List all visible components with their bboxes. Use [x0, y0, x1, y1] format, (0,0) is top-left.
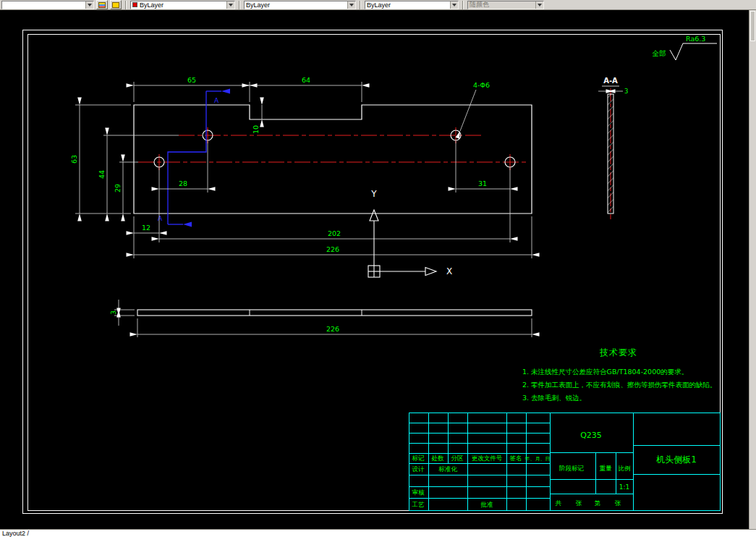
section-mark-top: A — [214, 97, 219, 104]
scale-value: 1:1 — [619, 483, 629, 491]
object-properties-toolbar: ByLayer ByLayer ByLayer 随颜色 — [0, 0, 756, 10]
roughness-symbol-icon — [670, 43, 717, 60]
plotstyle-combo-dropdown-icon — [535, 1, 543, 9]
lineweight-combo-value: ByLayer — [367, 1, 391, 9]
cut-path — [168, 91, 206, 224]
standardization-label: 标准化 — [438, 465, 457, 473]
weight-label: 重量 — [600, 465, 613, 472]
vertical-scrollbar[interactable] — [749, 10, 756, 529]
rev-header-date: 年、月、日 — [525, 456, 551, 462]
rev-header-zone: 分区 — [451, 454, 464, 462]
linetype-combo-dropdown-icon[interactable] — [347, 1, 355, 9]
hole-leader-line — [460, 90, 476, 131]
finish-scope-text: 全部 — [653, 49, 666, 57]
bottom-view-dimensions: 3 226 — [110, 300, 532, 337]
dim-202: 202 — [328, 229, 341, 237]
extension-lines — [75, 82, 532, 258]
drawing-canvas[interactable]: A A — [0, 10, 749, 529]
color-combo-dropdown-icon[interactable] — [226, 1, 234, 9]
dim-44: 44 — [98, 170, 106, 179]
holes — [154, 130, 515, 167]
bottom-view[interactable] — [137, 310, 532, 316]
bylayer-color-swatch-icon — [132, 2, 137, 7]
cad-window: ByLayer ByLayer ByLayer 随颜色 — [0, 0, 756, 537]
rev-header-sign: 签名 — [510, 454, 522, 462]
layer-combo[interactable] — [1, 1, 94, 9]
tech-req-item-1: 1. 未注线性尺寸公差应符合GB/T1804-2000的要求。 — [522, 368, 688, 376]
lineweight-combo[interactable]: ByLayer — [365, 1, 459, 9]
tech-req-title: 技术要求 — [599, 347, 637, 358]
drawing-area[interactable]: A A — [0, 10, 756, 529]
hole-callout[interactable]: 4-Φ6 — [460, 81, 490, 131]
bottom-plate-outline — [137, 310, 532, 316]
finish-value-text: Ra6.3 — [686, 35, 705, 43]
ucs-icon: Y X — [368, 189, 452, 277]
hole-note-text: 4-Φ6 — [473, 81, 490, 89]
approve-label: 批准 — [480, 501, 494, 508]
status-bar: Layout2 / — [0, 529, 756, 537]
dim-31: 31 — [478, 179, 487, 187]
dim-226-front: 226 — [326, 245, 339, 253]
plotstyle-combo-value: 随颜色 — [470, 1, 489, 9]
dim-65: 65 — [187, 76, 196, 84]
layer-combo-dropdown-icon[interactable] — [85, 1, 93, 9]
section-cut-line[interactable] — [168, 91, 221, 224]
center-lines — [138, 135, 527, 162]
stage-mark-label: 阶段标记 — [559, 465, 585, 472]
toolbar-separator — [239, 1, 240, 9]
sheet-no-label: 第 — [595, 499, 601, 507]
linetype-combo[interactable]: ByLayer — [244, 1, 356, 9]
rev-header-count: 处数 — [432, 454, 445, 462]
sheet-total-unit: 张 — [576, 499, 582, 507]
hole-center-marks — [159, 127, 510, 170]
dim-3-thickness: 3 — [110, 310, 117, 315]
layer-previous-icon[interactable] — [110, 0, 122, 9]
sheet-total-label: 共 — [555, 499, 562, 507]
color-combo-value: ByLayer — [140, 1, 163, 9]
section-view[interactable]: A-A 3 — [598, 77, 628, 219]
lineweight-combo-dropdown-icon[interactable] — [450, 1, 458, 9]
linetype-combo-value: ByLayer — [246, 1, 270, 9]
ucs-y-arrowhead-icon — [370, 210, 378, 221]
scrollbar-thumb[interactable] — [750, 11, 755, 41]
title-block: 标记 处数 分区 更改文件号 签名 年、月、日 设计 标准化 审核 工艺 批准 … — [409, 413, 720, 510]
plotstyle-combo[interactable]: 随颜色 — [467, 1, 544, 9]
dim-10: 10 — [252, 125, 260, 134]
material-text: Q235 — [580, 431, 602, 440]
toolbar-separator — [360, 1, 361, 9]
toolbar-separator — [125, 1, 127, 9]
audit-label: 审核 — [412, 489, 425, 496]
dimension-texts: 65 64 10 63 44 29 28 31 12 202 226 — [70, 76, 487, 253]
layout-tab[interactable]: Layout2 / — [2, 530, 29, 537]
tech-req-item-3: 3. 去除毛刺、锐边。 — [522, 394, 586, 402]
section-mark-bottom: A — [158, 215, 163, 222]
scale-label: 比例 — [619, 465, 631, 472]
surface-finish-note: 全部 Ra6.3 — [653, 35, 718, 60]
ucs-x-arrowhead-icon — [425, 268, 436, 276]
make-object-layer-current-icon[interactable] — [96, 0, 108, 9]
dim-3-section: 3 — [624, 88, 628, 95]
sheet-no-unit: 张 — [615, 499, 621, 507]
tech-req-item-2: 2. 零件加工表面上，不应有划痕、擦伤等损伤零件表面的缺陷。 — [522, 381, 717, 389]
ucs-y-label: Y — [370, 189, 377, 199]
tech-requirements: 技术要求 1. 未注线性尺寸公差应符合GB/T1804-2000的要求。 2. … — [522, 347, 717, 402]
dim-29: 29 — [114, 184, 122, 193]
dim-226-bottom: 226 — [326, 325, 339, 333]
color-combo[interactable]: ByLayer — [130, 1, 235, 9]
ucs-x-label: X — [446, 266, 452, 276]
plate-outline — [134, 105, 532, 213]
rev-header-mark: 标记 — [412, 454, 425, 462]
section-title: A-A — [603, 77, 618, 85]
front-view[interactable] — [134, 105, 532, 213]
dim-64: 64 — [302, 76, 310, 84]
dim-63: 63 — [70, 155, 78, 164]
dim-12: 12 — [142, 224, 150, 232]
part-name-text: 机头侧板1 — [655, 454, 697, 465]
process-label: 工艺 — [412, 501, 425, 508]
design-label: 设计 — [412, 465, 425, 473]
dim-28: 28 — [179, 179, 187, 187]
section-body — [608, 94, 613, 213]
title-block-texts: 标记 处数 分区 更改文件号 签名 年、月、日 设计 标准化 审核 工艺 批准 … — [412, 431, 697, 508]
front-view-dimensions[interactable]: 65 64 10 63 44 29 28 31 12 202 226 — [70, 76, 532, 258]
toolbar-separator — [462, 1, 464, 9]
